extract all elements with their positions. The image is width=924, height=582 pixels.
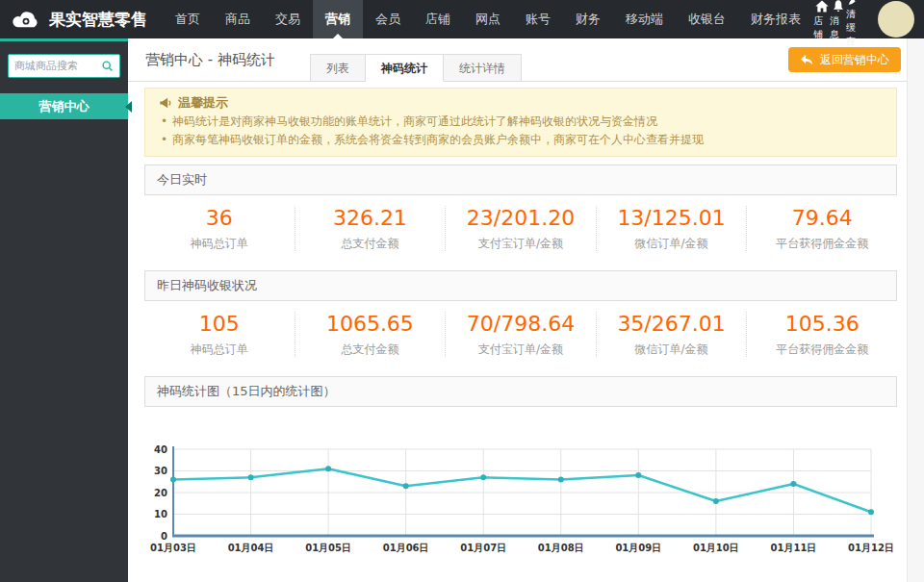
messages-label: 消息 — [830, 14, 846, 41]
notice-title: 温馨提示 — [178, 95, 228, 111]
store-label: 店铺 — [813, 14, 830, 41]
sidebar: 营销中心 — [0, 38, 128, 582]
megaphone-icon — [159, 96, 172, 110]
stat-label: 神码总订单 — [144, 237, 295, 251]
messages-button[interactable]: 消息 — [830, 0, 846, 41]
page-header: 营销中心 - 神码统计 列表 神码统计 统计详情 返回营销中心 — [128, 38, 924, 82]
stat-label: 微信订单/金额 — [597, 342, 747, 357]
stat-label: 总支付金额 — [295, 342, 446, 357]
sidebar-item-marketing-center[interactable]: 营销中心 — [0, 93, 128, 119]
stat-value: 1065.65 — [295, 312, 446, 337]
user-avatar[interactable] — [878, 1, 914, 38]
svg-text:01月10日: 01月10日 — [693, 543, 739, 553]
svg-text:01月07日: 01月07日 — [460, 543, 506, 553]
cloud-logo-icon — [10, 9, 42, 31]
stat-card: 36 神码总订单 — [144, 206, 295, 251]
nav-item-members[interactable]: 会员 — [363, 0, 413, 38]
svg-text:01月12日: 01月12日 — [848, 543, 894, 553]
scrollbar-track[interactable] — [907, 38, 924, 582]
stat-label: 平台获得佣金金额 — [747, 342, 897, 357]
stat-card: 13/125.01 微信订单/金额 — [596, 206, 747, 251]
clear-cache-label: 清缓存 — [846, 8, 862, 48]
section-header-today: 今日实时 — [144, 164, 897, 195]
svg-text:01月03日: 01月03日 — [150, 543, 196, 553]
search-input[interactable] — [9, 60, 101, 72]
svg-text:01月08日: 01月08日 — [538, 543, 584, 553]
store-button[interactable]: 店铺 — [813, 0, 830, 41]
yesterday-stats-row: 105 神码总订单 1065.65 总支付金额 70/798.64 支付宝订单/… — [144, 301, 897, 368]
section-header-yesterday: 昨日神码收银状况 — [144, 270, 897, 301]
tab-shenma-stats[interactable]: 神码统计 — [366, 54, 444, 82]
stat-label: 平台获得佣金金额 — [747, 237, 897, 251]
svg-text:01月06日: 01月06日 — [383, 543, 429, 553]
svg-text:01月11日: 01月11日 — [771, 543, 817, 553]
nav-item-cashier[interactable]: 收银台 — [676, 0, 738, 38]
nav-item-mobile[interactable]: 移动端 — [613, 0, 676, 38]
svg-text:01月09日: 01月09日 — [615, 543, 661, 553]
stat-label: 支付宝订单/金额 — [446, 237, 596, 251]
nav-item-trade[interactable]: 交易 — [263, 0, 313, 38]
svg-text:01月04日: 01月04日 — [228, 543, 274, 553]
sidebar-search — [8, 54, 120, 78]
tabs: 列表 神码统计 统计详情 — [310, 54, 522, 82]
stat-label: 总支付金额 — [295, 237, 446, 251]
nav-item-outlets[interactable]: 网点 — [463, 0, 513, 38]
stat-value: 105 — [144, 312, 295, 337]
svg-text:40: 40 — [154, 444, 167, 455]
notice-title-row: 温馨提示 — [159, 95, 883, 111]
svg-text:0: 0 — [161, 531, 167, 542]
breadcrumb: 营销中心 - 神码统计 — [145, 51, 275, 69]
clear-cache-icon — [847, 0, 862, 7]
topbar: 果实智慧零售 首页 商品 交易 营销 会员 店铺 网点 账号 财务 移动端 收银… — [0, 0, 924, 38]
stat-value: 70/798.64 — [446, 312, 596, 337]
content: 温馨提示 神码统计是对商家神马收银功能的账单统计，商家可通过此统计了解神码收银的… — [128, 82, 924, 559]
stat-label: 神码总订单 — [144, 342, 295, 357]
stat-value: 35/267.01 — [597, 312, 747, 337]
store-icon — [814, 0, 830, 13]
nav-item-home[interactable]: 首页 — [163, 0, 213, 38]
nav-item-marketing[interactable]: 营销 — [313, 0, 363, 38]
tab-stats-detail[interactable]: 统计详情 — [444, 54, 522, 82]
tab-list[interactable]: 列表 — [310, 54, 366, 82]
app-logo[interactable]: 果实智慧零售 — [0, 9, 163, 31]
nav-item-finance-report[interactable]: 财务报表 — [738, 0, 813, 38]
stat-value: 13/125.01 — [597, 206, 747, 231]
stat-card: 1065.65 总支付金额 — [295, 312, 446, 357]
notice-box: 温馨提示 神码统计是对商家神马收银功能的账单统计，商家可通过此统计了解神码收银的… — [144, 88, 897, 157]
stat-value: 23/201.20 — [446, 206, 596, 231]
svg-text:10: 10 — [154, 509, 167, 519]
stat-value: 105.36 — [747, 312, 897, 337]
stat-label: 支付宝订单/金额 — [446, 342, 596, 357]
nav-item-finance[interactable]: 财务 — [563, 0, 613, 38]
search-icon[interactable] — [101, 60, 114, 72]
stat-value: 326.21 — [295, 206, 446, 231]
stat-card: 105 神码总订单 — [144, 312, 295, 357]
main-panel: 营销中心 - 神码统计 列表 神码统计 统计详情 返回营销中心 — [128, 38, 924, 582]
nav-item-goods[interactable]: 商品 — [213, 0, 263, 38]
svg-text:30: 30 — [154, 466, 167, 476]
stat-card: 105.36 平台获得佣金金额 — [746, 312, 897, 357]
svg-text:20: 20 — [154, 488, 167, 498]
today-stats-row: 36 神码总订单 326.21 总支付金额 23/201.20 支付宝订单/金额… — [144, 195, 897, 263]
message-icon — [831, 0, 846, 13]
stat-card: 70/798.64 支付宝订单/金额 — [445, 312, 596, 357]
stat-card: 79.64 平台获得佣金金额 — [746, 206, 897, 251]
stat-card: 326.21 总支付金额 — [295, 206, 446, 251]
stat-card: 23/201.20 支付宝订单/金额 — [445, 206, 596, 251]
stat-card: 35/267.01 微信订单/金额 — [596, 312, 747, 357]
stat-label: 微信订单/金额 — [597, 237, 747, 251]
notice-line: 商家每笔神码收银订单的金额，系统会将资金转到商家的会员账户余额中，商家可在个人中… — [159, 133, 883, 147]
section-header-chart: 神码统计图（15日内的统计图） — [144, 376, 897, 407]
back-arrow-icon — [800, 54, 814, 66]
notice-line: 神码统计是对商家神马收银功能的账单统计，商家可通过此统计了解神码收银的状况与资金… — [159, 114, 883, 129]
stat-value: 79.64 — [747, 206, 897, 231]
nav-item-shop[interactable]: 店铺 — [413, 0, 463, 38]
stat-value: 36 — [144, 206, 295, 231]
app-title: 果实智慧零售 — [49, 9, 147, 31]
clear-cache-button[interactable]: 清缓存 — [846, 0, 862, 48]
line-chart: 01020304001月03日01月04日01月05日01月06日01月07日0… — [144, 442, 897, 559]
nav-item-account[interactable]: 账号 — [513, 0, 563, 38]
svg-text:01月05日: 01月05日 — [305, 543, 351, 553]
back-to-marketing-button[interactable]: 返回营销中心 — [788, 47, 901, 72]
back-button-label: 返回营销中心 — [820, 52, 889, 68]
